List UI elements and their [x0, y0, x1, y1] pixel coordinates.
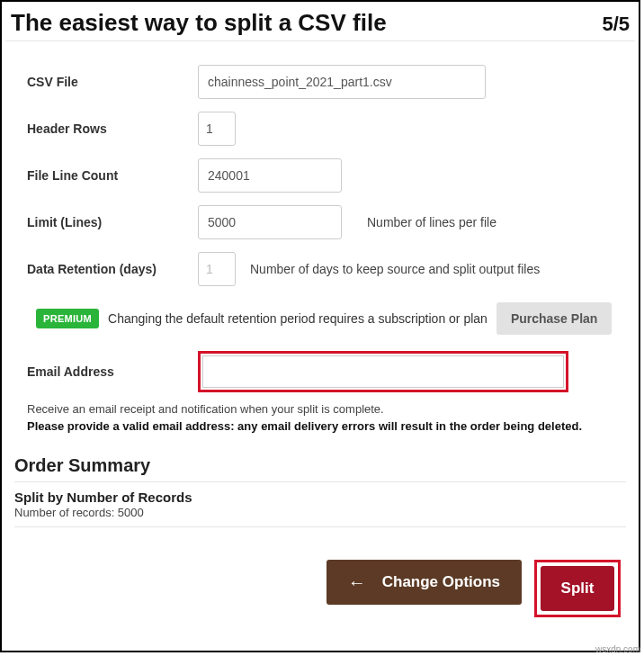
- limit-input[interactable]: [198, 205, 342, 239]
- split-highlight-box: Split: [534, 560, 621, 617]
- note-warning: Please provide a valid email address: an…: [27, 418, 613, 436]
- summary-title: Split by Number of Records: [14, 490, 626, 505]
- step-indicator: 5/5: [602, 13, 630, 36]
- purchase-plan-button[interactable]: Purchase Plan: [496, 302, 613, 335]
- email-highlight-box: [198, 351, 568, 392]
- premium-badge: PREMIUM: [36, 309, 99, 328]
- retention-hint: Number of days to keep source and split …: [250, 262, 540, 276]
- order-summary-heading: Order Summary: [14, 450, 626, 482]
- limit-label: Limit (Lines): [27, 215, 198, 229]
- arrow-left-icon: ←: [348, 573, 366, 591]
- header-rows-label: Header Rows: [27, 121, 198, 136]
- retention-label: Data Retention (days): [27, 262, 198, 276]
- limit-hint: Number of lines per file: [367, 215, 496, 229]
- retention-input: [198, 252, 236, 286]
- note-receipt: Receive an email receipt and notificatio…: [27, 401, 613, 418]
- header-rows-input[interactable]: [198, 112, 236, 146]
- page-title: The easiest way to split a CSV file: [11, 9, 387, 37]
- csv-file-label: CSV File: [27, 75, 198, 89]
- csv-file-input[interactable]: [198, 65, 486, 99]
- file-line-count-input[interactable]: [198, 158, 342, 193]
- change-options-label: Change Options: [382, 573, 500, 591]
- file-line-count-label: File Line Count: [27, 168, 198, 183]
- split-button[interactable]: Split: [541, 566, 614, 611]
- change-options-button[interactable]: ← Change Options: [326, 560, 522, 605]
- summary-subtitle: Number of records: 5000: [14, 506, 626, 519]
- watermark: wsxdn.com: [595, 644, 640, 654]
- email-input[interactable]: [202, 355, 564, 388]
- premium-text: Changing the default retention period re…: [108, 311, 487, 326]
- email-label: Email Address: [27, 364, 198, 379]
